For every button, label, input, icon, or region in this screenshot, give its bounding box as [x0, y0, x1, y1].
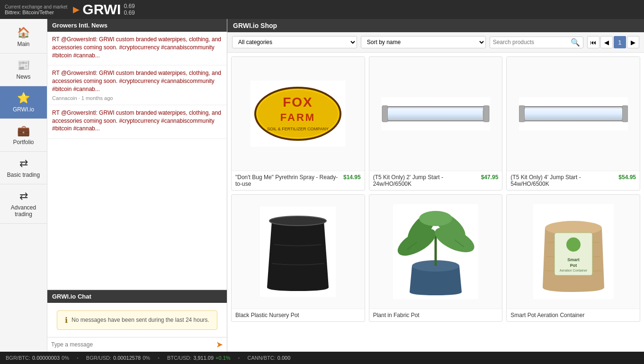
- sidebar-item-main[interactable]: 🏠 Main: [0, 21, 47, 54]
- shop-panel: GRWI.io Shop All categories Nutrients Li…: [227, 19, 644, 352]
- search-input[interactable]: [493, 39, 571, 46]
- product-info: (T5 Kit Only) 2' Jump Start - 24w/HO/650…: [369, 171, 502, 190]
- chat-notice-text: No messages have been sent during the la…: [72, 317, 209, 323]
- chat-section: GRWI.io Chat ℹ No messages have been sen…: [47, 290, 227, 352]
- ticker-value: 0.000: [277, 355, 291, 361]
- t5-24w-image: [381, 97, 490, 130]
- sidebar: 🏠 Main 📰 News ⭐ GRWI.io 💼 Portfolio ⇄ Ba…: [0, 19, 47, 352]
- product-info: Black Plastic Nursery Pot: [232, 309, 365, 321]
- product-card[interactable]: Black Plastic Nursery Pot: [231, 194, 365, 322]
- shop-toolbar: All categories Nutrients Lighting Contai…: [227, 32, 644, 53]
- news-content[interactable]: RT @GrowersIntl: GRWI custom branded wat…: [47, 32, 227, 290]
- sidebar-item-basic-trading[interactable]: ⇄ Basic trading: [0, 152, 47, 184]
- product-price: $54.95: [618, 174, 636, 181]
- svg-text:Aeration Container: Aeration Container: [559, 269, 587, 272]
- svg-point-37: [566, 237, 581, 252]
- ticker-item: BTC/USD: 3,911.09 +0.1%: [167, 355, 231, 361]
- svg-point-31: [419, 211, 452, 226]
- product-image-area: [369, 57, 502, 171]
- page-first-button[interactable]: ⏮: [587, 36, 599, 48]
- page-prev-button[interactable]: ◀: [600, 36, 613, 48]
- page-number-button[interactable]: 1: [614, 36, 626, 48]
- product-image-area: [369, 195, 502, 309]
- exchange-label: Current exchange and market: [5, 4, 67, 9]
- svg-rect-19: [622, 106, 628, 122]
- news-text: RT @GrowersIntl: GRWI custom branded wat…: [52, 36, 222, 59]
- ticker-change: 0%: [143, 355, 150, 361]
- svg-text:Smart: Smart: [567, 257, 580, 262]
- svg-text:FARM: FARM: [280, 111, 315, 123]
- sidebar-item-label: Portfolio: [13, 139, 34, 146]
- product-card[interactable]: (T5 Kit Only) 2' Jump Start - 24w/HO/650…: [369, 56, 503, 191]
- ticker-label: BGR/USD:: [86, 355, 111, 361]
- trading-icon: ⇄: [19, 157, 28, 170]
- ticker-symbol: GRWI: [82, 1, 121, 18]
- news-meta: Cannacoin · 1 months ago: [52, 95, 222, 101]
- svg-rect-13: [388, 109, 483, 119]
- product-name: "Don't Bug Me" Pyrethrin Spray - Ready-t…: [235, 174, 340, 187]
- product-name: Black Plastic Nursery Pot: [235, 312, 357, 318]
- chat-notice: ℹ No messages have been sent during the …: [57, 310, 217, 330]
- product-price: $14.95: [343, 174, 361, 181]
- category-select[interactable]: All categories Nutrients Lighting Contai…: [232, 36, 357, 48]
- send-icon[interactable]: ➤: [216, 339, 223, 350]
- search-button[interactable]: 🔍: [571, 38, 580, 47]
- page-next-button[interactable]: ▶: [627, 36, 639, 48]
- chat-content: ℹ No messages have been sent during the …: [47, 303, 227, 337]
- exchange-name: Bittrex: Bitcoin/Tether: [5, 9, 67, 15]
- black-pot-image: [260, 207, 336, 297]
- ticker-bar: BGR/BTC: 0.00000003 0% • BGR/USD: 0.0001…: [0, 352, 644, 364]
- ticker-item: BGR/USD: 0.00012578 0%: [86, 355, 150, 361]
- product-name: Smart Pot Aeration Container: [510, 312, 632, 318]
- product-info: Plant in Fabric Pot: [369, 309, 502, 321]
- product-image-area: FOX FARM SOIL & FERTILIZER COMPANY: [232, 57, 365, 171]
- svg-rect-18: [519, 106, 525, 122]
- price-low: 0.69: [124, 9, 134, 16]
- product-name: (T5 Kit Only) 4' Jump Start - 54w/HO/650…: [510, 174, 615, 187]
- sort-select[interactable]: Sort by name Sort by price Sort by newes…: [361, 36, 486, 48]
- product-info: Smart Pot Aeration Container: [507, 309, 640, 321]
- news-item: RT @GrowersIntl: GRWI custom branded wat…: [47, 65, 227, 105]
- ticker-change: +0.1%: [215, 355, 231, 361]
- star-icon: ⭐: [17, 92, 30, 104]
- product-info: "Don't Bug Me" Pyrethrin Spray - Ready-t…: [232, 171, 365, 190]
- sidebar-item-grwlio[interactable]: ⭐ GRWI.io: [0, 86, 47, 119]
- svg-rect-20: [525, 109, 622, 119]
- product-card[interactable]: Smart Pot Aeration Container Smart Pot A…: [506, 194, 640, 322]
- t5-54w-image: [519, 97, 628, 130]
- foxfarm-logo-image: FOX FARM SOIL & FERTILIZER COMPANY: [250, 81, 345, 147]
- chat-input[interactable]: [51, 341, 216, 348]
- products-grid: FOX FARM SOIL & FERTILIZER COMPANY "Don'…: [227, 53, 644, 352]
- sidebar-item-label: Basic trading: [7, 172, 40, 178]
- header: Current exchange and market Bittrex: Bit…: [0, 0, 644, 19]
- middle-panel: Growers Intl. News RT @GrowersIntl: GRWI…: [47, 19, 227, 352]
- sidebar-item-portfolio[interactable]: 💼 Portfolio: [0, 119, 47, 152]
- news-item: RT @GrowersIntl: GRWI custom branded wat…: [47, 32, 227, 65]
- portfolio-icon: 💼: [17, 125, 30, 137]
- product-info: (T5 Kit Only) 4' Jump Start - 54w/HO/650…: [507, 171, 640, 190]
- pagination: ⏮ ◀ 1 ▶: [587, 36, 639, 48]
- home-icon: 🏠: [17, 27, 30, 39]
- plant-pot-image: [393, 204, 478, 299]
- sidebar-item-news[interactable]: 📰 News: [0, 54, 47, 86]
- news-text: RT @GrowersIntl: GRWI custom branded wat…: [52, 69, 222, 93]
- news-header: Growers Intl. News: [47, 19, 227, 32]
- product-card[interactable]: Plant in Fabric Pot: [369, 194, 503, 322]
- product-image-area: [507, 57, 640, 171]
- product-card[interactable]: (T5 Kit Only) 4' Jump Start - 54w/HO/650…: [506, 56, 640, 191]
- product-name: (T5 Kit Only) 2' Jump Start - 24w/HO/650…: [373, 174, 477, 187]
- info-icon: ℹ: [65, 316, 68, 325]
- news-section: Growers Intl. News RT @GrowersIntl: GRWI…: [47, 19, 227, 290]
- news-icon: 📰: [17, 59, 30, 72]
- ticker-item: CANN/BTC: 0.000: [247, 355, 290, 361]
- ticker-change: 0%: [62, 355, 69, 361]
- advanced-trading-icon: ⇄: [19, 190, 28, 202]
- sidebar-item-label: Main: [17, 41, 29, 47]
- price-high: 0.69: [124, 3, 134, 9]
- ticker-label: BTC/USD:: [167, 355, 191, 361]
- product-card[interactable]: FOX FARM SOIL & FERTILIZER COMPANY "Don'…: [231, 56, 365, 191]
- ticker-value: 0.00012578: [113, 355, 141, 361]
- sidebar-item-advanced-trading[interactable]: ⇄ Advanced trading: [0, 184, 47, 224]
- ticker-value: 3,911.09: [193, 355, 214, 361]
- ticker-value: 0.00000003: [32, 355, 60, 361]
